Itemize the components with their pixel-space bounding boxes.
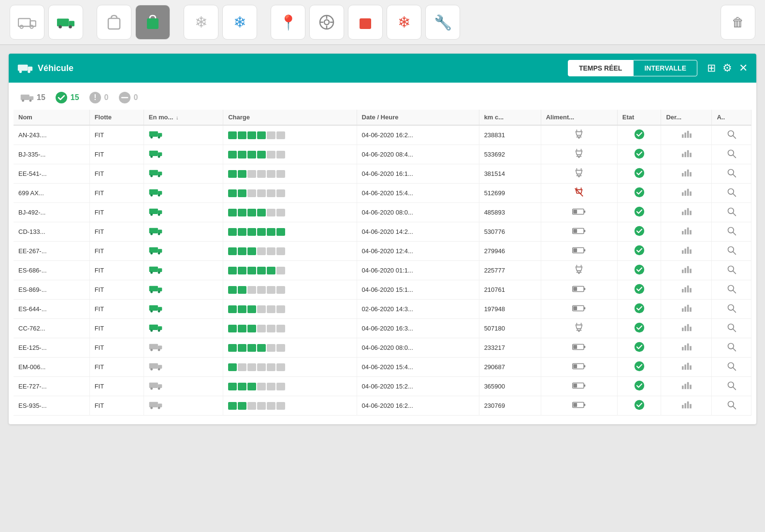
svg-rect-120 (149, 267, 158, 272)
cell-der[interactable] (661, 358, 712, 377)
close-icon[interactable]: ✕ (739, 62, 748, 74)
svg-point-81 (158, 214, 160, 216)
snowflake-blue-btn[interactable]: ❄ (222, 5, 257, 40)
svg-rect-191 (584, 365, 585, 368)
cell-der[interactable] (661, 125, 712, 145)
charge-bar (228, 286, 351, 294)
battery-icon (572, 285, 586, 293)
cell-search[interactable] (712, 145, 751, 164)
cell-search[interactable] (712, 280, 751, 300)
cell-search[interactable] (712, 261, 751, 280)
cell-search[interactable] (712, 184, 751, 203)
truck-move-icon (149, 265, 162, 274)
cell-km: 210761 (479, 280, 541, 300)
cell-search[interactable] (712, 242, 751, 261)
bag-red-btn[interactable] (348, 5, 383, 40)
cell-aliment (541, 358, 617, 377)
cell-search[interactable] (712, 377, 751, 396)
expand-icon[interactable]: ⊞ (707, 62, 716, 74)
charge-cell (247, 325, 256, 332)
cell-flotte: FIT (89, 358, 144, 377)
svg-point-33 (158, 136, 160, 139)
table-row: ES-935-...FIT 04-06-2020 16:2...230769 (14, 396, 751, 416)
truck-outline-btn[interactable] (10, 5, 44, 40)
cell-der[interactable] (661, 377, 712, 396)
cell-search[interactable] (712, 338, 751, 358)
snowflake-gray-btn[interactable]: ❄ (184, 5, 218, 40)
cell-der[interactable] (661, 300, 712, 319)
check-icon (634, 245, 645, 256)
cell-aliment (541, 242, 617, 261)
cell-der[interactable] (661, 338, 712, 358)
charge-cell (267, 170, 275, 178)
stat-ok: 15 (55, 91, 79, 104)
truck-green-btn[interactable] (48, 5, 83, 40)
search-icon (727, 342, 736, 352)
cell-der[interactable] (661, 396, 712, 416)
svg-point-123 (158, 272, 160, 274)
cell-der[interactable] (661, 164, 712, 184)
wrench-btn[interactable]: 🔧 (425, 5, 460, 40)
svg-rect-205 (584, 385, 585, 387)
svg-rect-83 (584, 211, 585, 213)
pin-btn[interactable]: 📍 (271, 5, 305, 40)
check-icon (634, 342, 645, 352)
cell-der[interactable] (661, 280, 712, 300)
cell-km: 365900 (479, 377, 541, 396)
svg-rect-112 (574, 248, 577, 252)
cell-charge (223, 261, 357, 280)
cell-search[interactable] (712, 358, 751, 377)
stat-ok-count: 15 (71, 93, 79, 102)
col-enmo[interactable]: En mo... ↓ (144, 110, 223, 125)
cell-km: 225777 (479, 261, 541, 280)
cell-der[interactable] (661, 242, 712, 261)
search-icon (727, 284, 736, 294)
svg-point-163 (158, 330, 160, 332)
svg-point-25 (56, 92, 67, 103)
cell-nom: EE-541-... (14, 164, 89, 184)
cell-search[interactable] (712, 396, 751, 416)
cell-date: 02-06-2020 14:3... (357, 300, 479, 319)
cell-der[interactable] (661, 145, 712, 164)
bag-green-btn[interactable] (135, 5, 170, 40)
cell-km: 381514 (479, 164, 541, 184)
tab-temps-reel[interactable]: TEMPS RÉEL (568, 60, 633, 76)
delete-btn[interactable]: 🗑 (721, 5, 755, 40)
charge-cell (276, 344, 285, 352)
cell-der[interactable] (661, 184, 712, 203)
cell-search[interactable] (712, 300, 751, 319)
bag-gray-btn[interactable] (97, 5, 131, 40)
cell-search[interactable] (712, 203, 751, 222)
charge-cell (267, 151, 275, 158)
chart-icon (681, 169, 692, 177)
cell-search[interactable] (712, 319, 751, 338)
svg-point-34 (578, 137, 580, 139)
charge-cell (238, 344, 246, 352)
battery-icon (572, 227, 586, 235)
cell-nom: ES-644-... (14, 300, 89, 319)
snowflake-red-btn[interactable]: ❄ (387, 5, 421, 40)
svg-rect-132 (149, 286, 158, 291)
cell-search[interactable] (712, 164, 751, 184)
cell-search[interactable] (712, 222, 751, 242)
cell-der[interactable] (661, 261, 712, 280)
truck-move-icon (149, 226, 162, 236)
svg-rect-215 (158, 403, 162, 407)
stat-minus-count: 0 (134, 93, 138, 102)
charge-cell (238, 402, 246, 410)
charge-bar (228, 247, 351, 255)
settings-icon[interactable]: ⚙ (722, 62, 732, 74)
cell-nom: ES-869-... (14, 280, 89, 300)
cell-search[interactable] (712, 125, 751, 145)
cell-charge (223, 164, 357, 184)
battery-icon (572, 304, 586, 312)
cell-der[interactable] (661, 319, 712, 338)
svg-rect-115 (685, 248, 687, 254)
cell-der[interactable] (661, 222, 712, 242)
tab-intervalle[interactable]: INTERVALLE (633, 60, 697, 76)
cell-aliment (541, 184, 617, 203)
cell-der[interactable] (661, 203, 712, 222)
svg-rect-8 (108, 18, 120, 29)
wheel-btn[interactable] (309, 5, 344, 40)
charge-cell (276, 209, 285, 216)
